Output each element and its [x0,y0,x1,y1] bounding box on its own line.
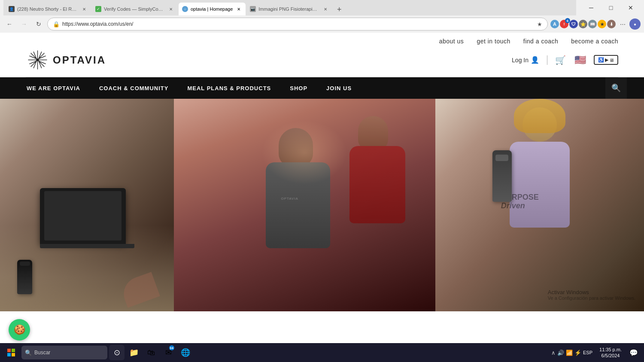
find-a-coach-link[interactable]: find a coach [523,38,559,45]
notification-icon: 💬 [629,349,638,357]
new-tab-button[interactable]: + [333,3,345,15]
taskbar-opera-icon[interactable]: ⊙ [109,345,125,360]
nav-item-join-us[interactable]: JOIN US [317,77,361,99]
tab-title-3: optavia | Homepage [191,6,233,12]
clock-time: 11:35 p.m. [599,347,622,353]
browser-window: 👤 (228) Neutro Shorty - El Re... ✕ ✓ Ver… [0,0,644,311]
tab-favicon-1: 👤 [9,6,15,12]
taskbar-edge-icon[interactable]: 🌐 [178,345,193,360]
store-icon: 🛍 [147,348,155,357]
forward-button[interactable]: → [18,18,30,30]
tabs-bar: 👤 (228) Neutro Shorty - El Re... ✕ ✓ Ver… [3,0,576,15]
expand-tray-icon[interactable]: ∧ [551,350,556,356]
wifi-icon[interactable]: 📶 [566,350,573,356]
cookie-consent-button[interactable]: 🍪 [9,319,30,341]
battery-icon[interactable]: ⚡ [574,350,581,356]
bookmark-icon: ★ [537,21,542,27]
svg-line-5 [31,53,37,59]
extension-reader-icon[interactable]: 📖 [588,20,597,28]
nav-item-shop[interactable]: SHOP [280,77,317,99]
utility-nav: about us get in touch find a coach becom… [26,33,618,45]
logo-area[interactable]: OPTAVIA [26,48,106,72]
svg-rect-20 [12,353,15,356]
cart-icon[interactable]: 🛒 [555,55,566,65]
hero-section: OPTAVIA [0,99,644,311]
nav-item-coach-community[interactable]: COACH & COMMUNITY [90,77,178,99]
main-navigation: WE ARE OPTAVIA COACH & COMMUNITY MEAL PL… [0,77,644,99]
search-button[interactable]: 🔍 [605,77,627,99]
optavia-logo-icon [26,48,49,72]
browser-tab-2[interactable]: ✓ Verify Codes — SimplyCodes ✕ [92,3,178,15]
login-row: Log In 👤 🛒 🇺🇸 ♿ ▶ 🖥 [512,55,618,66]
more-options-button[interactable]: ⋯ [617,18,629,30]
tab-close-2[interactable]: ✕ [167,6,174,12]
clock-date: 6/5/2024 [601,353,620,359]
taskbar-mail-icon[interactable]: ✉ 34 [161,345,176,360]
extension-fav-icon[interactable]: ★ [598,20,606,28]
login-link[interactable]: Log In 👤 [512,56,539,64]
svg-rect-17 [7,349,11,352]
mail-icon: ✉ 34 [165,348,172,357]
close-button[interactable]: ✕ [621,0,641,15]
tab-close-1[interactable]: ✕ [81,6,88,12]
title-bar: 👤 (228) Neutro Shorty - El Re... ✕ ✓ Ver… [0,0,644,15]
become-a-coach-link[interactable]: become a coach [571,38,618,45]
windows-activation-subtitle: Ve a Configuración para activar Windows. [548,295,635,301]
taskbar-files-icon[interactable]: 📁 [126,345,142,360]
accessibility-arrow: ▶ [605,57,608,63]
hero-panel-center: OPTAVIA [174,99,435,311]
extension-download-icon[interactable]: ⬇ [607,20,616,28]
browser-actions: A ! 6 🛡 ⭐ 📖 ★ ⬇ ⋯ ● [550,18,641,30]
start-button[interactable] [3,344,20,361]
browser-tab-1[interactable]: 👤 (228) Neutro Shorty - El Re... ✕ [5,3,91,15]
optavia-logo-text: OPTAVIA [53,54,106,66]
windows-logo-icon [7,349,15,356]
taskbar-search[interactable]: 🔍 Buscar [21,346,107,359]
nav-item-meal-plans[interactable]: MEAL PLANS & PRODUCTS [178,77,280,99]
cookie-icon: 🍪 [14,324,25,335]
extension-star-icon[interactable]: ⭐ [579,20,587,28]
extension-profile-icon[interactable]: A [550,20,559,28]
accessibility-button[interactable]: ♿ ▶ 🖥 [594,55,618,65]
address-bar[interactable]: 🔒 https://www.optavia.com/us/en/ ★ [47,18,548,30]
notification-center-button[interactable]: 💬 [626,345,641,360]
main-header: OPTAVIA Log In 👤 🛒 🇺🇸 ♿ ▶ 🖥 [26,45,618,77]
tab-close-3[interactable]: ✕ [235,6,242,12]
about-us-link[interactable]: about us [439,38,464,45]
us-flag-icon[interactable]: 🇺🇸 [574,55,586,66]
maximize-button[interactable]: □ [601,0,621,15]
browser-tab-4[interactable]: 📷 Immagini PNG Fisioterapia - Sea... ✕ [246,3,332,15]
folder-icon: 📁 [129,348,139,357]
browser-tab-3[interactable]: ○ optavia | Homepage ✕ [179,3,246,15]
back-button[interactable]: ← [3,18,15,30]
nav-item-we-are-optavia[interactable]: WE ARE OPTAVIA [17,77,90,99]
tab-favicon-2: ✓ [95,6,101,12]
tab-title-4: Immagini PNG Fisioterapia - Sea... [258,6,319,12]
profile-icon[interactable]: ● [629,18,641,30]
minimize-button[interactable]: ─ [581,0,601,15]
get-in-touch-link[interactable]: get in touch [477,38,510,45]
svg-rect-18 [12,349,15,352]
time-block[interactable]: 11:35 p.m. 6/5/2024 [597,347,624,359]
system-tray: ∧ 🔊 📶 ⚡ ESP [549,350,595,356]
address-bar-row: ← → ↻ 🔒 https://www.optavia.com/us/en/ ★… [0,15,644,33]
windows-activation: Activar Windows Ve a Configuración para … [548,289,635,301]
website-content: about us get in touch find a coach becom… [0,33,644,311]
speaker-icon[interactable]: 🔊 [557,350,564,356]
extension-shield-icon[interactable]: 🛡 [569,20,578,28]
nav-items: WE ARE OPTAVIA COACH & COMMUNITY MEAL PL… [17,77,605,99]
refresh-button[interactable]: ↻ [33,18,45,30]
language-indicator[interactable]: ESP [583,350,592,355]
svg-line-8 [31,61,37,67]
windows-activation-title: Activar Windows [548,289,635,295]
svg-line-6 [38,61,44,67]
extension-red-icon[interactable]: ! 6 [560,20,568,28]
accessibility-icon: ♿ [598,57,604,63]
tab-close-4[interactable]: ✕ [322,6,329,12]
taskbar-search-placeholder: Buscar [34,350,50,356]
tab-favicon-4: 📷 [250,6,256,12]
taskbar-right: ∧ 🔊 📶 ⚡ ESP 11:35 p.m. 6/5/2024 💬 [549,345,641,360]
svg-line-7 [38,53,44,59]
taskbar-store-icon[interactable]: 🛍 [143,345,159,360]
edge-icon: 🌐 [181,348,190,357]
